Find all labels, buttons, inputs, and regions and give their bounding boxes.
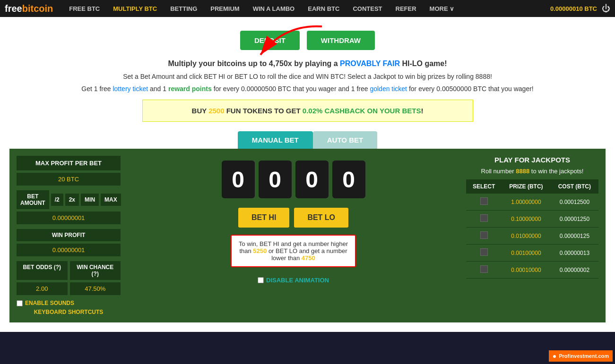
col-cost: COST (BTC): [551, 179, 598, 194]
table-row: 0.01000000 0.00000125: [466, 228, 598, 245]
bet-min-button[interactable]: MIN: [81, 194, 99, 206]
disable-animation-label: DISABLE ANIMATION: [266, 277, 329, 284]
bet-odds-value: 2.00: [17, 282, 68, 295]
jackpot-cost-5: 0.00000002: [551, 262, 598, 279]
jackpot-prize-5: 0.00010000: [502, 262, 551, 279]
dice-digit-3: 0: [295, 161, 329, 198]
jackpot-checkbox-5[interactable]: [466, 262, 502, 279]
jackpot-checkbox-1[interactable]: [466, 194, 502, 211]
lottery-link[interactable]: lottery ticket: [113, 85, 148, 93]
jackpot-checkbox-3[interactable]: [466, 228, 502, 245]
bet-max-button[interactable]: MAX: [101, 194, 121, 206]
promo-desc1: Set a Bet Amount and click BET HI or BET…: [9, 73, 606, 80]
win-profit-value: 0.00000001: [17, 244, 121, 256]
table-row: 0.00100000 0.00000013: [466, 245, 598, 262]
jackpot-cost-4: 0.00000013: [551, 245, 598, 262]
bet-buttons: BET HI BET LO: [238, 208, 348, 228]
bet-2x-button[interactable]: 2x: [65, 194, 79, 206]
nav-betting[interactable]: BETTING: [164, 0, 204, 17]
table-row: 0.10000000 0.00001250: [466, 211, 598, 228]
bet-amount-row: BET AMOUNT /2 2x MIN MAX: [17, 190, 121, 209]
jackpot-prize-2: 0.10000000: [502, 211, 551, 228]
enable-sounds-row: ENABLE SOUNDS: [17, 300, 121, 306]
tab-manual-bet[interactable]: MANUAL BET: [238, 131, 313, 149]
logo-free: free: [5, 3, 22, 14]
tabs: MANUAL BET AUTO BET: [9, 131, 606, 149]
nav-premium[interactable]: PREMIUM: [204, 0, 246, 17]
red-arrow-icon: [246, 22, 331, 64]
jackpot-table: SELECT PRIZE (BTC) COST (BTC) 1.00000000…: [466, 179, 598, 279]
bet-amount-label: BET AMOUNT: [17, 190, 49, 209]
win-profit-label: WIN PROFIT: [17, 229, 121, 241]
jackpot-title: PLAY FOR JACKPOTS: [466, 156, 598, 164]
nav-contest[interactable]: CONTEST: [346, 0, 389, 17]
jackpot-checkbox-4[interactable]: [466, 245, 502, 262]
enable-sounds-checkbox[interactable]: [17, 300, 23, 306]
nav-more[interactable]: MORE ∨: [423, 0, 461, 17]
table-row: 1.00000000 0.00012500: [466, 194, 598, 211]
nav-free-btc[interactable]: FREE BTC: [62, 0, 106, 17]
jackpot-cost-2: 0.00001250: [551, 211, 598, 228]
nav-win-lambo[interactable]: WIN A LAMBO: [246, 0, 302, 17]
jackpot-cost-1: 0.00012500: [551, 194, 598, 211]
promo-desc2: Get 1 free lottery ticket and 1 reward p…: [9, 85, 606, 93]
right-panel: PLAY FOR JACKPOTS Roll number 8888 to wi…: [466, 156, 598, 315]
col-select: SELECT: [466, 179, 502, 194]
disable-animation-row: DISABLE ANIMATION: [258, 277, 329, 284]
table-row: 0.00010000 0.00000002: [466, 262, 598, 279]
jackpot-desc: Roll number 8888 to win the jackpots!: [466, 168, 598, 175]
win-chance-label: WIN CHANCE (?): [70, 261, 121, 280]
max-profit-label: MAX PROFIT PER BET: [17, 156, 121, 170]
logo: freebitcoin: [5, 2, 53, 15]
power-button[interactable]: ⏻: [602, 4, 610, 14]
odds-row: BET ODDS (?) WIN CHANCE (?): [17, 261, 121, 280]
jackpot-prize-3: 0.01000000: [502, 228, 551, 245]
bet-half-button[interactable]: /2: [51, 194, 63, 206]
bet-lo-button[interactable]: BET LO: [294, 208, 348, 228]
logo-bitcoin: bitcoin: [22, 3, 53, 14]
nav-refer[interactable]: REFER: [389, 0, 423, 17]
jackpot-checkbox-2[interactable]: [466, 211, 502, 228]
nav-earn-btc[interactable]: EARN BTC: [301, 0, 346, 17]
win-tooltip: To win, BET HI and get a number higher t…: [231, 235, 356, 267]
jackpot-cost-3: 0.00000125: [551, 228, 598, 245]
enable-sounds-label: ENABLE SOUNDS: [25, 300, 74, 306]
disable-animation-checkbox[interactable]: [258, 277, 264, 283]
col-prize: PRIZE (BTC): [502, 179, 551, 194]
bet-odds-label: BET ODDS (?): [17, 261, 68, 280]
odds-values-row: 2.00 47.50%: [17, 282, 121, 295]
jackpot-prize-4: 0.00100000: [502, 245, 551, 262]
left-panel: MAX PROFIT PER BET 20 BTC BET AMOUNT /2 …: [17, 156, 121, 315]
dice-digit-1: 0: [222, 161, 255, 198]
game-section: MAX PROFIT PER BET 20 BTC BET AMOUNT /2 …: [9, 149, 606, 322]
nav-links: FREE BTC MULTIPLY BTC BETTING PREMIUM WI…: [62, 0, 550, 17]
dice-digit-4: 0: [332, 161, 365, 198]
tab-auto-bet[interactable]: AUTO BET: [313, 131, 377, 149]
center-panel: 0 0 0 0 BET HI BET LO To win, BET HI and…: [125, 156, 461, 315]
cashback-banner[interactable]: BUY 2500 FUN TOKENS TO GET 0.02% CASHBAC…: [142, 100, 473, 122]
navbar: freebitcoin FREE BTC MULTIPLY BTC BETTIN…: [0, 0, 615, 17]
max-profit-value: 20 BTC: [17, 173, 121, 186]
keyboard-shortcuts-label[interactable]: KEYBOARD SHORTCUTS: [17, 309, 121, 315]
main-content: DEPOSIT WITHDRAW Multiply your bitcoins …: [0, 17, 615, 332]
nav-multiply-btc[interactable]: MULTIPLY BTC: [106, 0, 164, 17]
nav-right: 0.00000010 BTC ⏻: [550, 4, 610, 14]
dice-display: 0 0 0 0: [222, 161, 365, 198]
bet-amount-value[interactable]: 0.00000001: [17, 212, 121, 224]
balance-display: 0.00000010 BTC: [550, 5, 597, 12]
jackpot-prize-1: 1.00000000: [502, 194, 551, 211]
bet-hi-button[interactable]: BET HI: [238, 208, 289, 228]
dice-digit-2: 0: [259, 161, 292, 198]
win-chance-value: 47.50%: [70, 282, 121, 295]
